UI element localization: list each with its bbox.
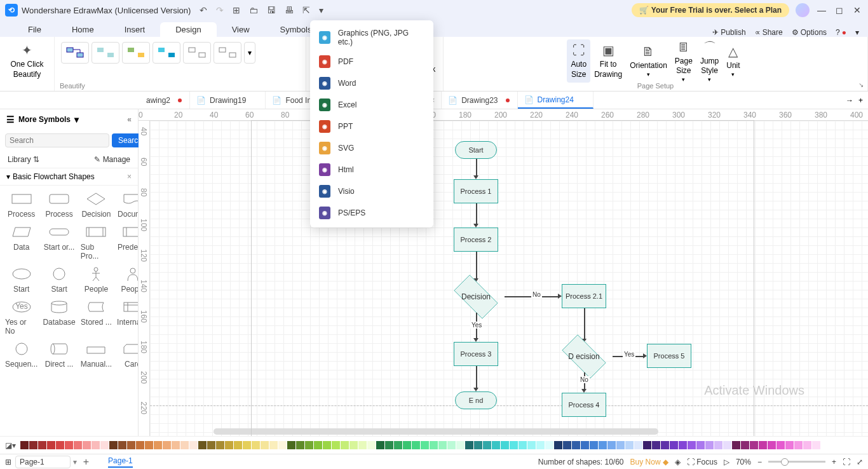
node-process4[interactable]: Process 4: [562, 393, 606, 417]
color-swatch[interactable]: [501, 441, 509, 449]
color-swatch[interactable]: [785, 441, 794, 449]
theme-3[interactable]: [122, 42, 150, 64]
color-swatch[interactable]: [768, 441, 776, 449]
node-process1[interactable]: Process 1: [454, 179, 498, 203]
color-swatch[interactable]: [349, 441, 358, 449]
color-swatch[interactable]: [545, 441, 553, 449]
color-swatch[interactable]: [65, 441, 73, 449]
color-swatch[interactable]: [412, 441, 420, 449]
color-swatch[interactable]: [358, 441, 367, 449]
export-svg[interactable]: ◉SVG: [310, 137, 433, 159]
orientation-button[interactable]: 🗎Orientation▾: [626, 39, 671, 83]
color-swatch[interactable]: [376, 441, 384, 449]
doc-tab-drawing23[interactable]: 📄 Drawing23: [442, 92, 517, 109]
color-swatch[interactable]: [447, 441, 456, 449]
menu-home[interactable]: Home: [57, 22, 109, 37]
zoom-out-button[interactable]: −: [757, 458, 762, 466]
color-swatch[interactable]: [92, 441, 100, 449]
color-swatch[interactable]: [634, 441, 642, 449]
export-ps/eps[interactable]: ◉PS/EPS: [310, 202, 433, 224]
help-icon[interactable]: ?●: [836, 28, 846, 37]
shape-people[interactable]: People: [116, 264, 138, 295]
theme-more[interactable]: ▾: [244, 42, 255, 64]
color-swatch[interactable]: [661, 441, 669, 449]
theme-5[interactable]: [183, 42, 211, 64]
color-swatch[interactable]: [278, 441, 287, 449]
shape-predefi-[interactable]: Predefi...: [116, 222, 138, 262]
color-swatch[interactable]: [225, 441, 233, 449]
avatar-icon[interactable]: [796, 3, 810, 17]
shape-start[interactable]: Start: [4, 264, 39, 295]
doc-tab-drawing24[interactable]: 📄 Drawing24: [518, 92, 593, 109]
color-swatch[interactable]: [145, 441, 153, 449]
color-swatch[interactable]: [100, 441, 109, 449]
color-swatch[interactable]: [599, 441, 607, 449]
new-icon[interactable]: ⊞: [233, 5, 240, 15]
buy-now-link[interactable]: Buy Now ◆: [630, 458, 668, 466]
color-swatch[interactable]: [83, 441, 91, 449]
shape-process[interactable]: Process: [4, 189, 39, 220]
color-swatch[interactable]: [252, 441, 260, 449]
theme-1[interactable]: [61, 42, 89, 64]
color-swatch[interactable]: [296, 441, 304, 449]
color-swatch[interactable]: [616, 441, 625, 449]
color-swatch[interactable]: [510, 441, 518, 449]
shape-yes-or-no[interactable]: YesYes or No: [4, 297, 39, 337]
color-swatch[interactable]: [269, 441, 278, 449]
shape-process[interactable]: Process: [41, 189, 76, 220]
presentation-icon[interactable]: ▷: [724, 458, 729, 466]
color-swatch[interactable]: [29, 441, 37, 449]
sidebar-title[interactable]: ☰ More Symbols▾«: [0, 109, 138, 130]
color-swatch[interactable]: [332, 441, 340, 449]
print-icon[interactable]: 🖶: [285, 5, 294, 15]
color-swatch[interactable]: [679, 441, 687, 449]
node-start[interactable]: Start: [455, 141, 497, 159]
color-swatch[interactable]: [341, 441, 349, 449]
shape-database[interactable]: Database: [41, 297, 76, 337]
zoom-level[interactable]: 70%: [736, 458, 751, 466]
color-swatch[interactable]: [803, 441, 811, 449]
menu-insert[interactable]: Insert: [109, 22, 161, 37]
color-swatch[interactable]: [189, 441, 198, 449]
export-pdf[interactable]: ◉PDF: [310, 51, 433, 72]
color-swatch[interactable]: [385, 441, 393, 449]
color-swatch[interactable]: [688, 441, 696, 449]
fullscreen-icon[interactable]: ⤢: [857, 458, 863, 466]
fit-drawing-button[interactable]: ▣Fit to Drawing: [590, 39, 626, 83]
color-swatch[interactable]: [287, 441, 295, 449]
color-swatch[interactable]: [74, 441, 82, 449]
export-word[interactable]: ◉Word: [310, 72, 433, 94]
color-swatch[interactable]: [670, 441, 678, 449]
page-size-button[interactable]: 🗏Page Size▾: [671, 39, 696, 83]
color-swatch[interactable]: [323, 441, 331, 449]
manage-link[interactable]: ✎ Manage: [94, 155, 130, 164]
color-swatch[interactable]: [367, 441, 376, 449]
color-swatch[interactable]: [456, 441, 465, 449]
publish-link[interactable]: ✈ Publish: [712, 28, 745, 37]
minimize-button[interactable]: —: [816, 5, 827, 15]
options-link[interactable]: ⚙ Options: [792, 28, 827, 37]
color-swatch[interactable]: [38, 441, 46, 449]
canvas[interactable]: Start Process 1 Process 2 Decision Yes N…: [150, 121, 868, 436]
color-swatch[interactable]: [118, 441, 126, 449]
color-swatch[interactable]: [625, 441, 634, 449]
layers-icon[interactable]: ◈: [675, 458, 681, 466]
color-swatch[interactable]: [794, 441, 803, 449]
undo-icon[interactable]: ↶: [200, 5, 207, 15]
doc-tab-drawing19[interactable]: 📄 Drawing19: [190, 92, 266, 109]
zoom-slider[interactable]: [768, 461, 825, 463]
menu-design[interactable]: Design: [160, 22, 216, 37]
color-swatch[interactable]: [483, 441, 491, 449]
menu-file[interactable]: File: [13, 22, 57, 37]
shape-stored-[interactable]: Stored ...: [79, 297, 113, 337]
color-swatch[interactable]: [261, 441, 269, 449]
color-swatch[interactable]: [776, 441, 785, 449]
color-swatch[interactable]: [705, 441, 714, 449]
color-swatch[interactable]: [590, 441, 598, 449]
section-basic-flowchart[interactable]: ▾ Basic Flowchart Shapes×: [0, 168, 138, 186]
color-swatch[interactable]: [172, 441, 180, 449]
theme-6[interactable]: [214, 42, 241, 64]
node-process3[interactable]: Process 3: [454, 342, 498, 366]
color-swatch[interactable]: [465, 441, 473, 449]
shape-internal-[interactable]: Internal...: [116, 297, 138, 337]
